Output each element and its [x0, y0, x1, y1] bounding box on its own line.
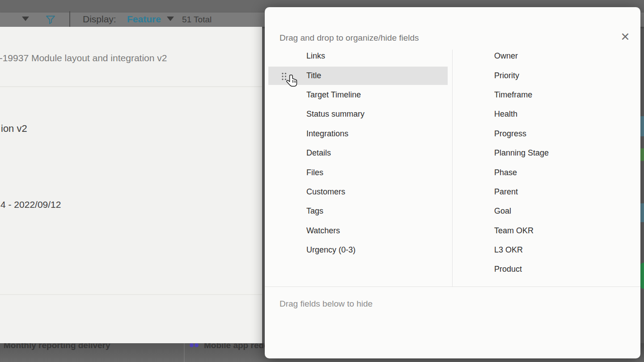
field-row-team-okr[interactable]: Team OKR: [453, 221, 637, 240]
field-label: Timeframe: [494, 90, 532, 100]
field-label: Links: [306, 51, 325, 61]
drag-affordance: [281, 71, 304, 91]
screen: Display: Feature 51 Total 3-19937 Module…: [0, 0, 644, 362]
field-label: Urgency (0-3): [306, 245, 356, 255]
dimmed-board-edge: [640, 27, 644, 362]
field-label: Team OKR: [494, 226, 534, 236]
board-column-divider: [184, 343, 185, 362]
field-row-planning-stage[interactable]: Planning Stage: [453, 143, 637, 163]
edge-teal-cell: [640, 116, 644, 136]
display-label: Display:: [83, 14, 116, 25]
toolbar-divider: [69, 11, 70, 27]
field-label: Tags: [306, 206, 323, 216]
field-row-tags[interactable]: Tags: [268, 202, 448, 221]
hide-zone-divider: [265, 286, 640, 287]
field-row-owner[interactable]: Owner: [453, 46, 637, 66]
field-label: Integrations: [306, 129, 348, 139]
field-row-l3-okr[interactable]: L3 OKR: [453, 240, 637, 260]
total-count: 51 Total: [182, 15, 212, 25]
card-row-divider: [0, 86, 262, 87]
field-row-health[interactable]: Health: [453, 105, 637, 124]
edge-green-cell: [640, 263, 644, 289]
field-row-priority[interactable]: Priority: [453, 66, 637, 85]
feature-title-fragment: ion v2: [1, 123, 27, 135]
field-row-details[interactable]: Details: [268, 143, 448, 163]
field-row-phase[interactable]: Phase: [453, 163, 637, 182]
hide-zone-hint: Drag fields below to hide: [280, 299, 373, 309]
organize-fields-dialog: Drag and drop to organize/hide fields ✕ …: [265, 7, 640, 358]
chevron-down-icon[interactable]: [167, 17, 174, 21]
display-value-dropdown[interactable]: Feature: [127, 14, 161, 25]
field-label: Health: [494, 109, 517, 119]
field-label: Watchers: [306, 226, 340, 236]
field-label: Priority: [494, 71, 519, 80]
field-label: Title: [306, 71, 321, 80]
field-label: Product: [494, 265, 522, 274]
field-label: Details: [306, 148, 331, 158]
field-row-urgency-0-3[interactable]: Urgency (0-3): [268, 240, 448, 260]
field-label: Parent: [494, 187, 518, 197]
field-label: Owner: [494, 51, 518, 61]
field-row-watchers[interactable]: Watchers: [268, 221, 448, 240]
card-row-divider: [0, 294, 262, 295]
board-card-title: Monthly reporting delivery: [4, 343, 110, 350]
dimmed-feature-card: 3-19937 Module layout and integration v2…: [0, 27, 262, 343]
field-row-links[interactable]: Links: [268, 46, 448, 66]
field-label: Progress: [494, 129, 526, 139]
field-row-progress[interactable]: Progress: [453, 124, 637, 143]
field-label: Customers: [306, 187, 345, 197]
filter-icon[interactable]: [45, 14, 56, 25]
edge-green-cell: [640, 148, 644, 161]
board-icon: [195, 343, 199, 347]
hand-cursor-icon: [286, 74, 299, 88]
close-icon[interactable]: ✕: [618, 29, 632, 44]
field-row-parent[interactable]: Parent: [453, 182, 637, 202]
field-row-product[interactable]: Product: [453, 260, 637, 279]
board-icon: [190, 343, 194, 347]
field-row-timeframe[interactable]: Timeframe: [453, 85, 637, 105]
field-label: Files: [306, 168, 323, 177]
chevron-down-icon[interactable]: [22, 17, 29, 21]
field-row-files[interactable]: Files: [268, 163, 448, 182]
timeline-date-range: 4 - 2022/09/12: [0, 199, 61, 210]
visible-fields-column-left: LinksTitleTarget TimelineStatus summaryI…: [268, 46, 448, 260]
feature-title: 3-19937 Module layout and integration v2: [0, 53, 167, 63]
field-label: Phase: [494, 168, 517, 177]
field-row-goal[interactable]: Goal: [453, 202, 637, 221]
field-label: L3 OKR: [494, 245, 523, 255]
field-label: Target Timeline: [306, 90, 361, 100]
field-label: Status summary: [306, 109, 364, 119]
edge-teal-cell: [640, 203, 644, 222]
field-row-title[interactable]: Title: [268, 67, 448, 85]
dialog-title: Drag and drop to organize/hide fields: [280, 33, 419, 43]
field-row-integrations[interactable]: Integrations: [268, 124, 448, 143]
field-row-customers[interactable]: Customers: [268, 182, 448, 202]
visible-fields-column-right: OwnerPriorityTimeframeHealthProgressPlan…: [453, 46, 637, 279]
field-row-status-summary[interactable]: Status summary: [268, 105, 448, 124]
field-label: Planning Stage: [494, 148, 549, 158]
field-label: Goal: [494, 206, 511, 216]
